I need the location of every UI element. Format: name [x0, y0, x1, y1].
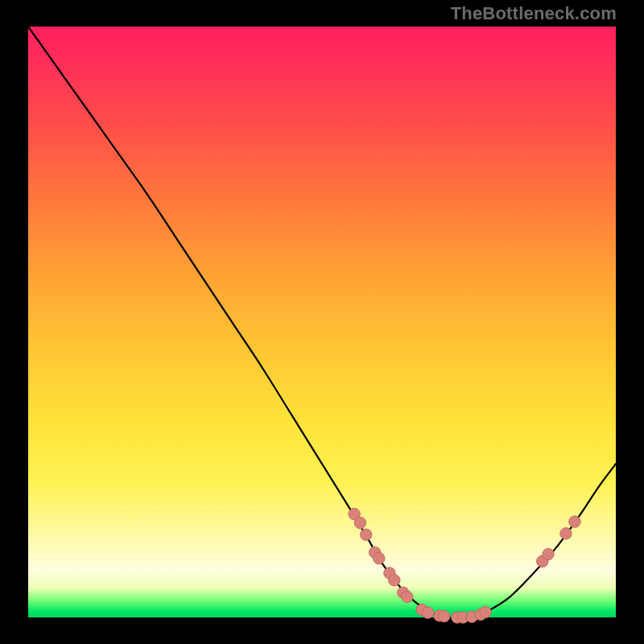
data-marker — [374, 552, 385, 564]
data-marker — [569, 516, 580, 527]
curve-overlay — [28, 27, 616, 617]
bottleneck-curve — [28, 27, 616, 618]
data-marker — [439, 610, 450, 621]
data-marker — [480, 606, 491, 617]
data-marker — [402, 591, 413, 602]
data-marker — [543, 548, 554, 559]
data-marker — [560, 528, 572, 539]
data-marker — [389, 575, 400, 586]
data-marker — [422, 607, 433, 618]
data-marker — [354, 517, 365, 528]
chart-frame: TheBottleneck.com — [0, 0, 644, 644]
data-marker — [361, 529, 372, 540]
attribution-text: TheBottleneck.com — [451, 3, 617, 24]
